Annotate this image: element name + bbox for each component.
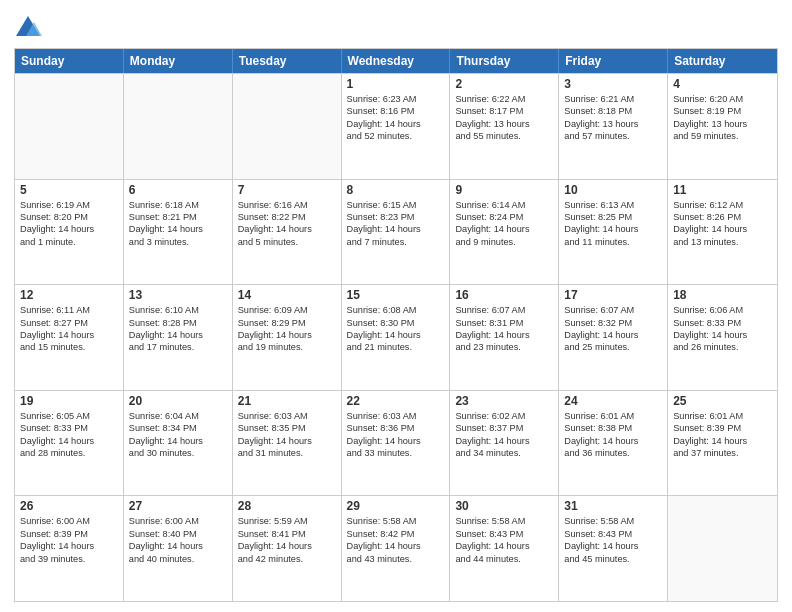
day-number: 20 (129, 394, 227, 408)
day-info: Sunrise: 6:00 AM Sunset: 8:39 PM Dayligh… (20, 515, 118, 565)
day-info: Sunrise: 6:15 AM Sunset: 8:23 PM Dayligh… (347, 199, 445, 249)
day-number: 25 (673, 394, 772, 408)
day-number: 18 (673, 288, 772, 302)
week-row-5: 26Sunrise: 6:00 AM Sunset: 8:39 PM Dayli… (15, 495, 777, 601)
day-number: 8 (347, 183, 445, 197)
day-cell-3: 3Sunrise: 6:21 AM Sunset: 8:18 PM Daylig… (559, 74, 668, 179)
day-cell-22: 22Sunrise: 6:03 AM Sunset: 8:36 PM Dayli… (342, 391, 451, 496)
header-day-friday: Friday (559, 49, 668, 73)
day-cell-17: 17Sunrise: 6:07 AM Sunset: 8:32 PM Dayli… (559, 285, 668, 390)
day-cell-1: 1Sunrise: 6:23 AM Sunset: 8:16 PM Daylig… (342, 74, 451, 179)
day-cell-8: 8Sunrise: 6:15 AM Sunset: 8:23 PM Daylig… (342, 180, 451, 285)
day-info: Sunrise: 6:19 AM Sunset: 8:20 PM Dayligh… (20, 199, 118, 249)
day-number: 1 (347, 77, 445, 91)
day-cell-27: 27Sunrise: 6:00 AM Sunset: 8:40 PM Dayli… (124, 496, 233, 601)
day-cell-6: 6Sunrise: 6:18 AM Sunset: 8:21 PM Daylig… (124, 180, 233, 285)
day-info: Sunrise: 6:13 AM Sunset: 8:25 PM Dayligh… (564, 199, 662, 249)
day-number: 29 (347, 499, 445, 513)
day-info: Sunrise: 6:12 AM Sunset: 8:26 PM Dayligh… (673, 199, 772, 249)
day-cell-7: 7Sunrise: 6:16 AM Sunset: 8:22 PM Daylig… (233, 180, 342, 285)
day-info: Sunrise: 6:23 AM Sunset: 8:16 PM Dayligh… (347, 93, 445, 143)
day-number: 22 (347, 394, 445, 408)
logo (14, 14, 46, 42)
day-info: Sunrise: 6:09 AM Sunset: 8:29 PM Dayligh… (238, 304, 336, 354)
day-info: Sunrise: 6:22 AM Sunset: 8:17 PM Dayligh… (455, 93, 553, 143)
day-info: Sunrise: 6:08 AM Sunset: 8:30 PM Dayligh… (347, 304, 445, 354)
empty-cell (668, 496, 777, 601)
day-cell-19: 19Sunrise: 6:05 AM Sunset: 8:33 PM Dayli… (15, 391, 124, 496)
day-info: Sunrise: 6:04 AM Sunset: 8:34 PM Dayligh… (129, 410, 227, 460)
logo-icon (14, 14, 42, 42)
day-cell-4: 4Sunrise: 6:20 AM Sunset: 8:19 PM Daylig… (668, 74, 777, 179)
day-cell-29: 29Sunrise: 5:58 AM Sunset: 8:42 PM Dayli… (342, 496, 451, 601)
week-row-4: 19Sunrise: 6:05 AM Sunset: 8:33 PM Dayli… (15, 390, 777, 496)
day-number: 17 (564, 288, 662, 302)
day-info: Sunrise: 6:03 AM Sunset: 8:36 PM Dayligh… (347, 410, 445, 460)
day-info: Sunrise: 5:59 AM Sunset: 8:41 PM Dayligh… (238, 515, 336, 565)
day-info: Sunrise: 6:11 AM Sunset: 8:27 PM Dayligh… (20, 304, 118, 354)
header (14, 10, 778, 42)
day-info: Sunrise: 6:01 AM Sunset: 8:38 PM Dayligh… (564, 410, 662, 460)
day-number: 2 (455, 77, 553, 91)
header-day-thursday: Thursday (450, 49, 559, 73)
day-number: 28 (238, 499, 336, 513)
day-cell-31: 31Sunrise: 5:58 AM Sunset: 8:43 PM Dayli… (559, 496, 668, 601)
day-number: 4 (673, 77, 772, 91)
day-number: 9 (455, 183, 553, 197)
day-cell-14: 14Sunrise: 6:09 AM Sunset: 8:29 PM Dayli… (233, 285, 342, 390)
calendar: SundayMondayTuesdayWednesdayThursdayFrid… (14, 48, 778, 602)
day-number: 31 (564, 499, 662, 513)
day-cell-11: 11Sunrise: 6:12 AM Sunset: 8:26 PM Dayli… (668, 180, 777, 285)
day-cell-18: 18Sunrise: 6:06 AM Sunset: 8:33 PM Dayli… (668, 285, 777, 390)
day-cell-10: 10Sunrise: 6:13 AM Sunset: 8:25 PM Dayli… (559, 180, 668, 285)
week-row-2: 5Sunrise: 6:19 AM Sunset: 8:20 PM Daylig… (15, 179, 777, 285)
empty-cell (124, 74, 233, 179)
day-cell-24: 24Sunrise: 6:01 AM Sunset: 8:38 PM Dayli… (559, 391, 668, 496)
day-info: Sunrise: 5:58 AM Sunset: 8:43 PM Dayligh… (455, 515, 553, 565)
calendar-header-row: SundayMondayTuesdayWednesdayThursdayFrid… (15, 49, 777, 73)
day-cell-21: 21Sunrise: 6:03 AM Sunset: 8:35 PM Dayli… (233, 391, 342, 496)
day-cell-20: 20Sunrise: 6:04 AM Sunset: 8:34 PM Dayli… (124, 391, 233, 496)
day-info: Sunrise: 6:20 AM Sunset: 8:19 PM Dayligh… (673, 93, 772, 143)
week-row-1: 1Sunrise: 6:23 AM Sunset: 8:16 PM Daylig… (15, 73, 777, 179)
day-info: Sunrise: 6:00 AM Sunset: 8:40 PM Dayligh… (129, 515, 227, 565)
day-info: Sunrise: 6:05 AM Sunset: 8:33 PM Dayligh… (20, 410, 118, 460)
header-day-saturday: Saturday (668, 49, 777, 73)
day-number: 5 (20, 183, 118, 197)
day-cell-28: 28Sunrise: 5:59 AM Sunset: 8:41 PM Dayli… (233, 496, 342, 601)
day-number: 14 (238, 288, 336, 302)
calendar-body: 1Sunrise: 6:23 AM Sunset: 8:16 PM Daylig… (15, 73, 777, 601)
day-info: Sunrise: 6:07 AM Sunset: 8:32 PM Dayligh… (564, 304, 662, 354)
day-info: Sunrise: 5:58 AM Sunset: 8:42 PM Dayligh… (347, 515, 445, 565)
empty-cell (233, 74, 342, 179)
day-number: 13 (129, 288, 227, 302)
day-cell-26: 26Sunrise: 6:00 AM Sunset: 8:39 PM Dayli… (15, 496, 124, 601)
day-info: Sunrise: 6:01 AM Sunset: 8:39 PM Dayligh… (673, 410, 772, 460)
day-cell-16: 16Sunrise: 6:07 AM Sunset: 8:31 PM Dayli… (450, 285, 559, 390)
day-info: Sunrise: 6:03 AM Sunset: 8:35 PM Dayligh… (238, 410, 336, 460)
page: SundayMondayTuesdayWednesdayThursdayFrid… (0, 0, 792, 612)
day-cell-25: 25Sunrise: 6:01 AM Sunset: 8:39 PM Dayli… (668, 391, 777, 496)
day-number: 10 (564, 183, 662, 197)
day-info: Sunrise: 6:06 AM Sunset: 8:33 PM Dayligh… (673, 304, 772, 354)
day-number: 27 (129, 499, 227, 513)
day-info: Sunrise: 6:10 AM Sunset: 8:28 PM Dayligh… (129, 304, 227, 354)
header-day-monday: Monday (124, 49, 233, 73)
header-day-tuesday: Tuesday (233, 49, 342, 73)
day-number: 19 (20, 394, 118, 408)
day-cell-15: 15Sunrise: 6:08 AM Sunset: 8:30 PM Dayli… (342, 285, 451, 390)
day-cell-9: 9Sunrise: 6:14 AM Sunset: 8:24 PM Daylig… (450, 180, 559, 285)
day-number: 16 (455, 288, 553, 302)
day-cell-12: 12Sunrise: 6:11 AM Sunset: 8:27 PM Dayli… (15, 285, 124, 390)
day-cell-30: 30Sunrise: 5:58 AM Sunset: 8:43 PM Dayli… (450, 496, 559, 601)
day-info: Sunrise: 6:14 AM Sunset: 8:24 PM Dayligh… (455, 199, 553, 249)
day-info: Sunrise: 6:07 AM Sunset: 8:31 PM Dayligh… (455, 304, 553, 354)
empty-cell (15, 74, 124, 179)
day-info: Sunrise: 6:16 AM Sunset: 8:22 PM Dayligh… (238, 199, 336, 249)
day-info: Sunrise: 6:21 AM Sunset: 8:18 PM Dayligh… (564, 93, 662, 143)
day-cell-23: 23Sunrise: 6:02 AM Sunset: 8:37 PM Dayli… (450, 391, 559, 496)
day-info: Sunrise: 6:02 AM Sunset: 8:37 PM Dayligh… (455, 410, 553, 460)
day-number: 30 (455, 499, 553, 513)
day-cell-5: 5Sunrise: 6:19 AM Sunset: 8:20 PM Daylig… (15, 180, 124, 285)
day-number: 6 (129, 183, 227, 197)
